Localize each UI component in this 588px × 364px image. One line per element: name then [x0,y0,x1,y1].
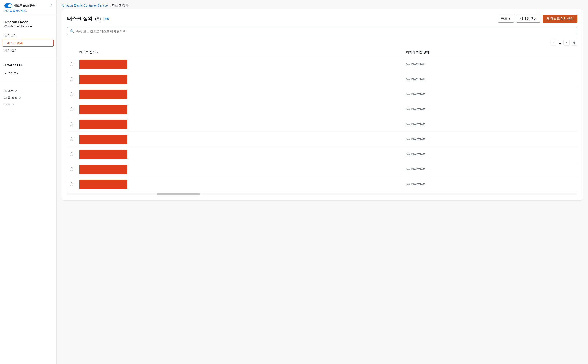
pagination-next-button[interactable]: › [563,39,569,46]
table-row: INACTIVE [67,87,577,102]
table-row: INACTIVE [67,57,577,72]
table-settings-button[interactable]: ⚙ [571,39,577,46]
product-search-label: 제품 검색 [4,96,17,100]
status-inactive-icon-6 [406,138,410,141]
sidebar-item-product-search[interactable]: 제품 검색 ↗ [0,94,56,101]
sidebar-item-repository[interactable]: 리포지토리 [0,69,56,77]
row-task-def-cell[interactable] [77,87,404,102]
row-status-cell: INACTIVE [404,132,577,147]
row-checkbox-cell [67,162,77,177]
breadcrumb-separator: › [110,4,110,7]
page-count: (9) [95,16,101,21]
close-button[interactable]: ✕ [49,3,52,7]
task-def-name-redacted-9 [79,180,127,189]
row-radio-2[interactable] [70,78,73,81]
col-last-revision-label: 마지막 개정 상태 [406,51,429,54]
col-task-def-header: 태스크 정의 ▼ [77,48,404,57]
feedback-link[interactable]: 의견을 알려주세요. [4,9,27,12]
table-row: INACTIVE [67,117,577,132]
row-status-cell: INACTIVE [404,177,577,192]
status-inactive-icon-4 [406,108,410,111]
sidebar-item-cluster[interactable]: 클러스터 [0,32,56,39]
row-task-def-cell[interactable] [77,147,404,162]
sidebar-header: 새로운 ECS 환경 ✕ 의견을 알려주세요. [0,0,56,15]
breadcrumb-service-link[interactable]: Amazon Elastic Container Service [62,4,108,7]
row-radio-1[interactable] [70,62,73,66]
new-revision-button[interactable]: 새 개정 생성 [516,15,541,23]
status-label-4: INACTIVE [411,108,425,111]
row-task-def-cell[interactable] [77,102,404,117]
row-status-cell: INACTIVE [404,102,577,117]
deploy-button[interactable]: 배포 ▼ [498,15,514,23]
row-task-def-cell[interactable] [77,177,404,192]
row-checkbox-cell [67,117,77,132]
row-radio-8[interactable] [70,167,73,171]
row-radio-9[interactable] [70,182,73,186]
new-env-banner: 새로운 ECS 환경 ✕ [4,3,52,8]
sidebar: 새로운 ECS 환경 ✕ 의견을 알려주세요. Amazon ElasticCo… [0,0,57,364]
sidebar-footer: 설명서 ↗ 제품 검색 ↗ 구독 ↗ [0,86,56,110]
sidebar-item-docs[interactable]: 설명서 ↗ [0,87,56,94]
page-card: 태스크 정의 (9) Info 배포 ▼ 새 개정 생성 새 태스크 정의 생성… [62,9,583,201]
row-radio-4[interactable] [70,107,73,111]
row-radio-7[interactable] [70,152,73,156]
new-env-toggle-row: 새로운 ECS 환경 [4,3,35,8]
table-row: INACTIVE [67,72,577,87]
task-def-name-redacted-1 [79,59,127,69]
external-link-icon-docs: ↗ [15,89,17,92]
status-label-7: INACTIVE [411,153,425,156]
table-row: INACTIVE [67,147,577,162]
pagination-prev-button[interactable]: ‹ [550,39,556,46]
row-checkbox-cell [67,102,77,117]
sort-icon-task-def: ▼ [97,51,99,54]
table-header-row: 태스크 정의 ▼ 마지막 개정 상태 [67,48,577,57]
ecr-section-title: Amazon ECR [0,62,56,68]
row-status-cell: INACTIVE [404,117,577,132]
new-task-def-button[interactable]: 새 태스크 정의 생성 [543,15,577,23]
sidebar-item-task-definition[interactable]: 태스크 정의 [3,39,54,46]
row-radio-5[interactable] [70,123,73,126]
header-actions: 배포 ▼ 새 개정 생성 새 태스크 정의 생성 [498,15,577,23]
ecr-nav: 리포지토리 [0,68,56,78]
row-status-cell: INACTIVE [404,147,577,162]
row-task-def-cell[interactable] [77,72,404,87]
status-label-6: INACTIVE [411,138,425,141]
row-task-def-cell[interactable] [77,132,404,147]
breadcrumb-current: 태스크 정의 [112,3,128,7]
page-title-row: 태스크 정의 (9) Info [67,15,109,22]
search-icon: 🔍 [70,29,74,33]
search-input[interactable] [76,30,575,33]
row-radio-3[interactable] [70,92,73,96]
row-task-def-cell[interactable] [77,57,404,72]
status-label-3: INACTIVE [411,93,425,96]
sidebar-divider-2 [0,81,56,81]
sidebar-divider-1 [0,59,56,59]
status-inactive-icon-5 [406,123,410,126]
status-inactive-icon-2 [406,78,410,81]
sidebar-brand: Amazon ElasticContainer Service [0,15,56,30]
sidebar-nav: 클러스터 태스크 정의 계정 설정 [0,30,56,56]
row-task-def-cell[interactable] [77,117,404,132]
task-def-name-redacted-5 [79,120,127,129]
status-inactive-icon-9 [406,183,410,186]
sidebar-item-account-settings[interactable]: 계정 설정 [0,47,56,54]
status-inactive-icon-8 [406,168,410,171]
row-radio-6[interactable] [70,137,73,141]
row-status-cell: INACTIVE [404,57,577,72]
status-inactive-icon-1 [406,63,410,66]
scroll-thumb[interactable] [157,193,200,195]
table-body: INACTIVE [67,57,577,192]
info-link[interactable]: Info [103,17,109,20]
settings-icon: ⚙ [573,41,576,44]
new-env-toggle[interactable] [4,3,12,8]
external-link-icon-product: ↗ [19,96,21,99]
status-inactive-icon-7 [406,153,410,156]
sidebar-brand-title: Amazon ElasticContainer Service [4,20,52,28]
sidebar-item-subscribe[interactable]: 구독 ↗ [0,101,56,108]
table-row: INACTIVE [67,177,577,192]
task-def-name-redacted-2 [79,75,127,84]
row-task-def-cell[interactable] [77,162,404,177]
search-bar: 🔍 [67,27,577,35]
status-label-2: INACTIVE [411,78,425,81]
col-checkbox [67,48,77,57]
